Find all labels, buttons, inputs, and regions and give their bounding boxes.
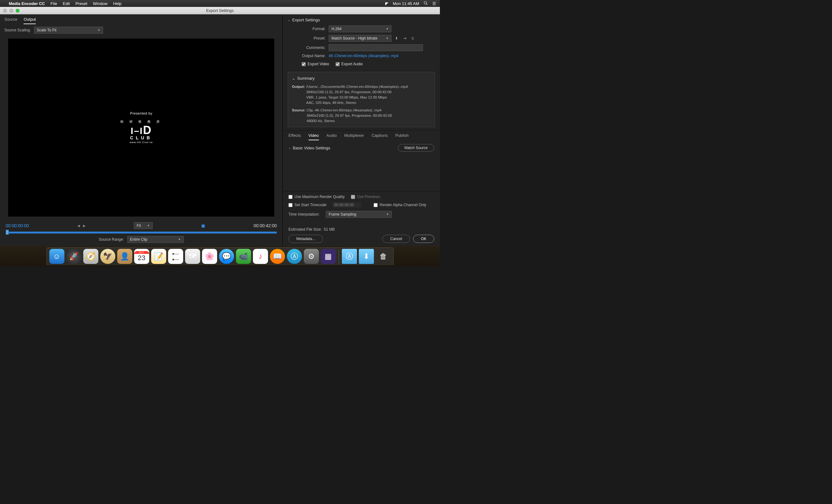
- source-scaling-label: Source Scaling:: [4, 28, 31, 32]
- tab-publish[interactable]: Publish: [395, 133, 409, 140]
- export-video-checkbox[interactable]: Export Video: [302, 62, 329, 66]
- file-size-value: 51 MB: [324, 227, 335, 232]
- export-settings-header[interactable]: ⌄ Export Settings: [288, 18, 435, 22]
- desktop-background: ☺ 🚀 🧭 🦅 👤 OCT 23 📝 ●—●— 🗺 🌸 💬 📹 ♪ 📖 Ⓐ ⚙ …: [0, 246, 440, 267]
- tab-effects[interactable]: Effects: [288, 133, 301, 140]
- dock-applications-folder-icon[interactable]: Ⓐ: [342, 249, 357, 264]
- spotlight-icon[interactable]: [423, 1, 428, 6]
- window-close-button[interactable]: [3, 9, 7, 12]
- menu-help[interactable]: Help: [113, 1, 122, 6]
- format-dropdown[interactable]: H.264 ▼: [329, 25, 391, 32]
- chevron-down-icon: ▼: [386, 37, 389, 40]
- time-interpolation-dropdown[interactable]: Frame Sampling ▼: [326, 211, 392, 218]
- comments-input[interactable]: [329, 44, 423, 51]
- dock-preferences-icon[interactable]: ⚙: [304, 249, 319, 264]
- dock-contacts-icon[interactable]: 👤: [117, 249, 132, 264]
- match-source-button[interactable]: Match Source: [398, 144, 434, 151]
- summary-output-label: Output:: [292, 84, 305, 106]
- dock-media-encoder-icon[interactable]: ▦: [321, 249, 336, 264]
- format-label: Format:: [288, 27, 326, 31]
- dock-downloads-folder-icon[interactable]: ⬇: [359, 249, 374, 264]
- cancel-button[interactable]: Cancel: [382, 235, 410, 243]
- timeline-playhead[interactable]: [6, 230, 9, 235]
- menu-list-icon[interactable]: ☰: [432, 1, 436, 6]
- tab-captions[interactable]: Captions: [372, 133, 388, 140]
- max-render-quality-checkbox[interactable]: Use Maximum Render Quality: [288, 195, 345, 199]
- ok-button[interactable]: OK: [413, 235, 434, 243]
- use-previews-checkbox[interactable]: Use Previews: [351, 195, 380, 199]
- import-preset-icon[interactable]: ⇥: [401, 35, 408, 41]
- time-interpolation-label: Time Interpolation:: [288, 212, 319, 217]
- tab-multiplexer[interactable]: Multiplexer: [344, 133, 364, 140]
- summary-output-line: VBR, 1 pass, Target 10.00 Mbps, Max 12.0…: [306, 95, 408, 100]
- step-forward-icon[interactable]: ▶: [83, 224, 85, 228]
- summary-output-line: /Users/.../Documents/4K-Chimei-inn-60mbp…: [306, 84, 408, 89]
- chevron-down-icon: ▼: [97, 29, 100, 32]
- summary-header[interactable]: ⌄ Summary: [292, 75, 431, 82]
- basic-video-settings-header[interactable]: ⌄ Basic Video Settings Match Source: [288, 144, 434, 151]
- output-name-label: Output Name:: [288, 54, 326, 58]
- dock-ibooks-icon[interactable]: 📖: [270, 249, 285, 264]
- chevron-down-icon: ▼: [147, 224, 150, 227]
- menubar-clock[interactable]: Mon 11:45 AM: [393, 1, 419, 6]
- preset-label: Preset:: [288, 36, 326, 40]
- dock-calendar-icon[interactable]: OCT 23: [134, 249, 149, 264]
- save-preset-icon[interactable]: ⬇: [393, 35, 400, 41]
- dock-mail-icon[interactable]: 🦅: [100, 249, 115, 264]
- menu-file[interactable]: File: [51, 1, 57, 6]
- summary-output-line: AAC, 320 kbps, 48 kHz, Stereo: [306, 100, 408, 106]
- dock-safari-icon[interactable]: 🧭: [83, 249, 98, 264]
- output-name-link[interactable]: 4K-Chimei-inn-60mbps (4ksamples)-.mp4: [329, 54, 398, 58]
- source-range-dropdown[interactable]: Entire Clip ▼: [127, 236, 184, 243]
- preview-hd-logo: I–ID: [120, 125, 162, 135]
- zoom-fit-dropdown[interactable]: Fit ▼: [134, 222, 153, 229]
- dock-reminders-icon[interactable]: ●—●—: [168, 249, 183, 264]
- dock-photos-icon[interactable]: 🌸: [202, 249, 217, 264]
- export-audio-checkbox[interactable]: Export Audio: [336, 62, 363, 66]
- tab-video[interactable]: Video: [309, 133, 319, 140]
- menu-edit[interactable]: Edit: [63, 1, 70, 6]
- dock-launchpad-icon[interactable]: 🚀: [66, 249, 81, 264]
- timeline-slider[interactable]: [6, 232, 277, 233]
- macos-menubar: Media Encoder CC File Edit Preset Window…: [0, 0, 440, 7]
- summary-source-line: 3840x2160 (1.0), 29.97 fps, Progressive,…: [307, 113, 392, 118]
- comments-label: Comments:: [288, 46, 326, 50]
- preview-presented-by: Presented by: [120, 111, 162, 115]
- set-start-timecode-checkbox[interactable]: Set Start Timecode: [288, 203, 327, 207]
- video-preview: Presented by 精 研 視 務 所 I–ID CLUB www.HD.…: [8, 38, 274, 217]
- crop-icon[interactable]: ▣: [201, 223, 205, 228]
- dock-finder-icon[interactable]: ☺: [49, 249, 64, 264]
- tab-audio[interactable]: Audio: [327, 133, 337, 140]
- app-name[interactable]: Media Encoder CC: [9, 1, 45, 6]
- menu-preset[interactable]: Preset: [75, 1, 87, 6]
- dock-maps-icon[interactable]: 🗺: [185, 249, 200, 264]
- preview-club-text: CLUB: [120, 135, 162, 140]
- menubar-status-icon[interactable]: ◤: [385, 1, 388, 6]
- metadata-button[interactable]: Metadata...: [288, 235, 323, 243]
- window-title: Export Settings: [206, 8, 234, 13]
- dock-trash-icon[interactable]: 🗑: [376, 249, 391, 264]
- preview-url: www.HD.Club.tw: [120, 141, 162, 144]
- menu-window[interactable]: Window: [93, 1, 107, 6]
- source-scaling-dropdown[interactable]: Scale To Fit ▼: [34, 27, 103, 34]
- start-timecode-input[interactable]: [333, 202, 361, 208]
- tab-output[interactable]: Output: [24, 17, 36, 24]
- dock-notes-icon[interactable]: 📝: [151, 249, 166, 264]
- tab-source[interactable]: Source: [4, 17, 17, 24]
- chevron-down-icon: ▼: [386, 27, 389, 30]
- window-minimize-button[interactable]: [9, 9, 13, 12]
- dock-messages-icon[interactable]: 💬: [219, 249, 234, 264]
- step-back-icon[interactable]: ◀: [77, 224, 80, 228]
- summary-output-line: 3840x2160 (1.0), 29.97 fps, Progressive,…: [306, 89, 408, 95]
- current-timecode[interactable]: 00:00:00:00: [6, 223, 29, 228]
- macos-dock: ☺ 🚀 🧭 🦅 👤 OCT 23 📝 ●—●— 🗺 🌸 💬 📹 ♪ 📖 Ⓐ ⚙ …: [47, 247, 394, 265]
- delete-preset-icon[interactable]: 🗑: [410, 35, 416, 41]
- dock-facetime-icon[interactable]: 📹: [236, 249, 251, 264]
- dock-itunes-icon[interactable]: ♪: [253, 249, 268, 264]
- dock-appstore-icon[interactable]: Ⓐ: [287, 249, 302, 264]
- window-maximize-button[interactable]: [16, 9, 20, 12]
- chevron-down-icon: ▼: [386, 213, 389, 216]
- svg-line-1: [426, 3, 427, 5]
- render-alpha-checkbox[interactable]: Render Alpha Channel Only: [373, 203, 426, 207]
- preset-dropdown[interactable]: Match Source - High bitrate ▼: [329, 35, 391, 42]
